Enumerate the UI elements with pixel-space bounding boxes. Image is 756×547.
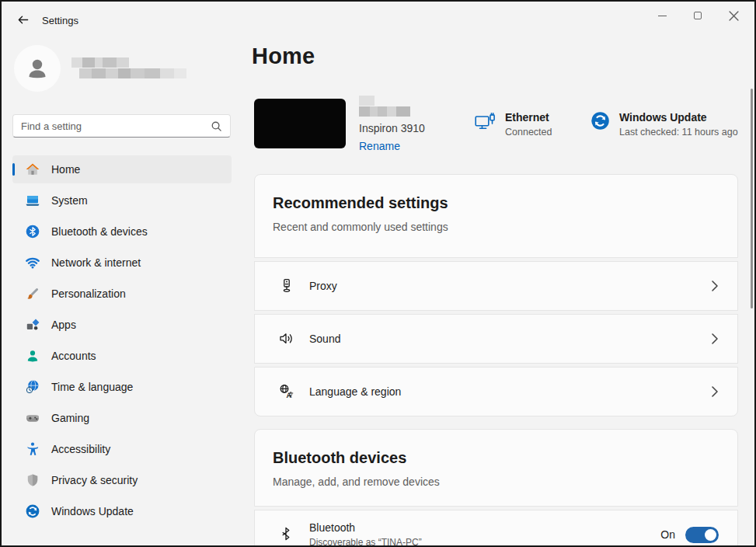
sidebar-item-accounts[interactable]: Accounts [12, 342, 232, 370]
toggle-state-label: On [660, 528, 675, 541]
sidebar-item-time-language[interactable]: Time & language [12, 373, 232, 401]
sound-icon [278, 330, 295, 347]
group-subtitle: Recent and commonly used settings [273, 221, 737, 233]
sidebar-item-bluetooth-devices[interactable]: Bluetooth & devices [12, 218, 232, 246]
accessibility-icon [25, 441, 40, 457]
row-language-region[interactable]: A Language & region [254, 367, 738, 416]
sidebar-item-gaming[interactable]: Gaming [12, 404, 232, 432]
sidebar-item-system[interactable]: System [12, 186, 232, 214]
time-language-icon [25, 379, 40, 395]
back-button[interactable] [9, 8, 36, 31]
windows-update-icon [25, 503, 40, 519]
sidebar-item-network-internet[interactable]: Network & internet [12, 249, 232, 277]
row-proxy[interactable]: Proxy [254, 261, 738, 311]
window-controls [644, 2, 751, 30]
user-profile[interactable] [14, 45, 186, 92]
maximize-icon [694, 12, 702, 19]
redacted-device-name [359, 96, 425, 117]
device-thumbnail [254, 99, 346, 148]
device-model: Inspiron 3910 [359, 122, 425, 134]
status-windows-update[interactable]: Windows Update Last checked: 11 hours ag… [591, 111, 738, 138]
bluetooth-glyph-icon [278, 526, 295, 543]
sidebar-item-personalization[interactable]: Personalization [12, 280, 232, 308]
search-input[interactable] [15, 120, 211, 132]
sidebar-item-apps[interactable]: Apps [12, 311, 232, 339]
row-label: Language & region [309, 385, 401, 398]
personalization-icon [25, 286, 40, 301]
privacy-icon [25, 472, 40, 488]
row-label: Sound [309, 333, 340, 345]
system-icon [25, 193, 40, 208]
group-title: Recommended settings [273, 194, 737, 212]
sidebar-item-label: Home [51, 163, 80, 176]
app-title: Settings [42, 15, 78, 26]
minimize-button[interactable] [644, 2, 680, 30]
avatar [14, 45, 61, 92]
row-sublabel: Discoverable as “TINA-PC” [309, 537, 422, 547]
status-title: Windows Update [619, 111, 738, 124]
selection-accent-bar [12, 163, 15, 176]
chevron-right-icon [711, 333, 719, 345]
apps-icon [25, 317, 40, 333]
recommended-settings-card: Recommended settings Recent and commonly… [254, 174, 738, 258]
row-label: Bluetooth [309, 521, 422, 534]
row-label: Proxy [309, 280, 337, 292]
group-subtitle: Manage, add, and remove devices [273, 476, 737, 488]
device-info: Inspiron 3910 Rename [359, 96, 425, 152]
search-box [12, 114, 231, 138]
maximize-button[interactable] [680, 2, 716, 30]
close-icon [729, 11, 739, 21]
search-icon [211, 120, 222, 132]
toggle-knob [705, 529, 716, 541]
group-title: Bluetooth devices [273, 449, 737, 467]
proxy-icon [278, 277, 295, 294]
status-ethernet[interactable]: Ethernet Connected [474, 111, 552, 138]
redacted-user-name [71, 57, 186, 79]
row-sound[interactable]: Sound [254, 314, 738, 364]
chevron-right-icon [711, 385, 719, 398]
back-arrow-icon [16, 13, 30, 26]
sidebar-item-accessibility[interactable]: Accessibility [12, 435, 232, 463]
minimize-icon [658, 16, 667, 16]
titlebar: Settings [2, 2, 754, 39]
status-title: Ethernet [505, 111, 552, 124]
language-region-icon: A [278, 383, 295, 400]
sidebar-item-home[interactable]: Home [12, 155, 232, 183]
row-bluetooth[interactable]: Bluetooth Discoverable as “TINA-PC” On [254, 510, 738, 547]
bluetooth-toggle[interactable] [685, 527, 719, 543]
windows-update-icon [591, 111, 610, 131]
accounts-icon [25, 348, 40, 364]
rename-link[interactable]: Rename [359, 140, 425, 152]
sidebar-item-privacy-security[interactable]: Privacy & security [12, 466, 232, 494]
page-title: Home [252, 44, 315, 69]
status-subtitle: Last checked: 11 hours ago [619, 127, 738, 138]
sidebar-nav: Home System Bluetooth & devices [12, 155, 232, 528]
network-icon [25, 255, 40, 270]
home-icon [25, 162, 40, 177]
chevron-right-icon [711, 280, 719, 292]
gaming-icon [25, 410, 40, 426]
sidebar-item-windows-update[interactable]: Windows Update [12, 497, 232, 525]
status-subtitle: Connected [505, 127, 552, 138]
bluetooth-devices-card: Bluetooth devices Manage, add, and remov… [254, 429, 738, 507]
bluetooth-icon [25, 224, 40, 239]
vertical-scrollbar-thumb[interactable] [751, 89, 753, 308]
close-button[interactable] [716, 2, 751, 30]
ethernet-icon [474, 111, 496, 134]
